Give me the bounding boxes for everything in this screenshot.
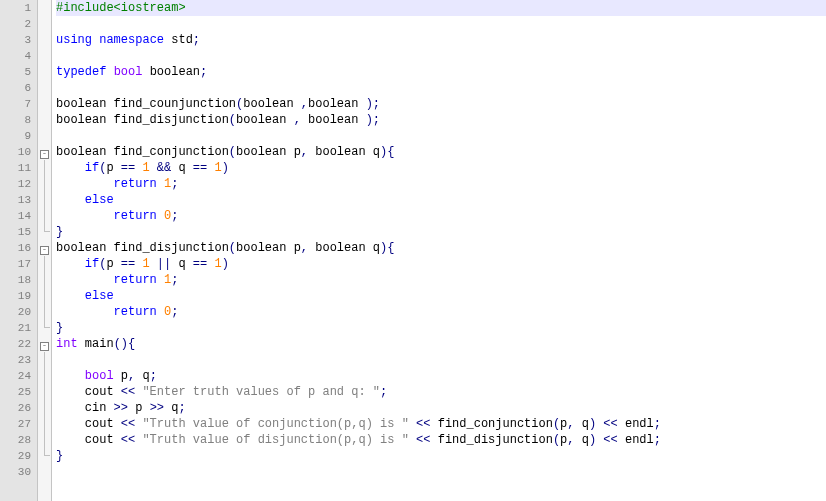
token-txt: boolean find_disjunction (56, 113, 229, 127)
fold-guide-line (44, 432, 45, 448)
code-line[interactable]: using namespace std; (56, 32, 826, 48)
code-line[interactable]: } (56, 448, 826, 464)
code-line[interactable]: boolean find_counjunction(boolean ,boole… (56, 96, 826, 112)
code-line[interactable]: if(p == 1 && q == 1) (56, 160, 826, 176)
token-num: 1 (214, 161, 221, 175)
fold-column[interactable]: --- (38, 0, 52, 501)
fold-marker[interactable]: - (38, 240, 51, 256)
token-txt: find_disjunction (430, 433, 552, 447)
token-op: ( (229, 145, 236, 159)
code-line[interactable] (56, 128, 826, 144)
token-op: ) (222, 161, 229, 175)
code-line[interactable] (56, 16, 826, 32)
token-txt: p (128, 401, 150, 415)
token-txt: boolean find_counjunction (56, 97, 236, 111)
code-line[interactable] (56, 80, 826, 96)
code-line[interactable]: else (56, 192, 826, 208)
token-op: << (416, 417, 430, 431)
token-txt (409, 433, 416, 447)
code-line[interactable]: return 0; (56, 208, 826, 224)
code-line[interactable]: } (56, 320, 826, 336)
fold-marker (38, 384, 51, 400)
fold-guide-line (44, 416, 45, 432)
code-line[interactable]: return 0; (56, 304, 826, 320)
token-op: == (193, 161, 207, 175)
token-kw: if (85, 161, 99, 175)
line-number: 11 (0, 160, 31, 176)
line-number: 20 (0, 304, 31, 320)
code-line[interactable]: #include<iostream> (56, 0, 826, 16)
fold-marker (38, 128, 51, 144)
line-number: 7 (0, 96, 31, 112)
token-txt (157, 209, 164, 223)
token-txt: p (114, 369, 128, 383)
fold-collapse-icon[interactable]: - (40, 150, 49, 159)
fold-collapse-icon[interactable]: - (40, 246, 49, 255)
token-kw: return (114, 177, 157, 191)
code-line[interactable]: else (56, 288, 826, 304)
token-op: ){ (380, 145, 394, 159)
token-txt: boolean (243, 97, 301, 111)
fold-collapse-icon[interactable]: - (40, 342, 49, 351)
code-line[interactable]: cout << "Enter truth values of p and q: … (56, 384, 826, 400)
line-number: 19 (0, 288, 31, 304)
code-line[interactable]: } (56, 224, 826, 240)
token-txt: q (164, 401, 178, 415)
token-op: ; (380, 385, 387, 399)
fold-marker (38, 464, 51, 480)
code-line[interactable]: boolean find_disjunction(boolean p, bool… (56, 240, 826, 256)
fold-marker (38, 320, 51, 336)
token-txt: endl (618, 433, 654, 447)
fold-marker[interactable]: - (38, 336, 51, 352)
code-line[interactable]: if(p == 1 || q == 1) (56, 256, 826, 272)
token-txt: boolean find_disjunction (56, 241, 229, 255)
token-kw: namespace (99, 33, 164, 47)
token-op: == (193, 257, 207, 271)
token-kw: else (85, 193, 114, 207)
token-txt: q (171, 257, 193, 271)
code-line[interactable]: boolean find_disjunction(boolean , boole… (56, 112, 826, 128)
token-op: ; (150, 369, 157, 383)
token-txt: boolean (308, 97, 366, 111)
code-line[interactable]: cin >> p >> q; (56, 400, 826, 416)
code-line[interactable]: bool p, q; (56, 368, 826, 384)
line-number: 2 (0, 16, 31, 32)
token-op: , (301, 241, 308, 255)
token-op: } (56, 449, 63, 463)
token-txt: p (106, 257, 120, 271)
token-op: << (121, 385, 135, 399)
line-number: 18 (0, 272, 31, 288)
token-num: 1 (214, 257, 221, 271)
token-txt (56, 177, 114, 191)
token-type: int (56, 337, 78, 351)
token-op: << (121, 433, 135, 447)
fold-marker (38, 32, 51, 48)
code-line[interactable] (56, 464, 826, 480)
code-editor[interactable]: 1234567891011121314151617181920212223242… (0, 0, 826, 501)
token-kw: if (85, 257, 99, 271)
line-number: 3 (0, 32, 31, 48)
code-line[interactable]: cout << "Truth value of conjunction(p,q)… (56, 416, 826, 432)
token-op: ; (654, 417, 661, 431)
token-txt (409, 417, 416, 431)
token-op: ; (171, 305, 178, 319)
code-line[interactable]: boolean find_conjunction(boolean p, bool… (56, 144, 826, 160)
code-line[interactable]: int main(){ (56, 336, 826, 352)
code-line[interactable] (56, 352, 826, 368)
code-line[interactable] (56, 48, 826, 64)
fold-marker (38, 0, 51, 16)
fold-marker[interactable]: - (38, 144, 51, 160)
line-number: 4 (0, 48, 31, 64)
fold-end-icon (44, 224, 50, 232)
token-txt (56, 193, 85, 207)
code-line[interactable]: cout << "Truth value of disjunction(p,q)… (56, 432, 826, 448)
code-line[interactable]: return 1; (56, 176, 826, 192)
token-txt (157, 177, 164, 191)
token-txt (56, 305, 114, 319)
token-kw: return (114, 305, 157, 319)
code-area[interactable]: #include<iostream> using namespace std; … (52, 0, 826, 501)
token-txt: p (106, 161, 120, 175)
code-line[interactable]: return 1; (56, 272, 826, 288)
fold-marker (38, 368, 51, 384)
code-line[interactable]: typedef bool boolean; (56, 64, 826, 80)
